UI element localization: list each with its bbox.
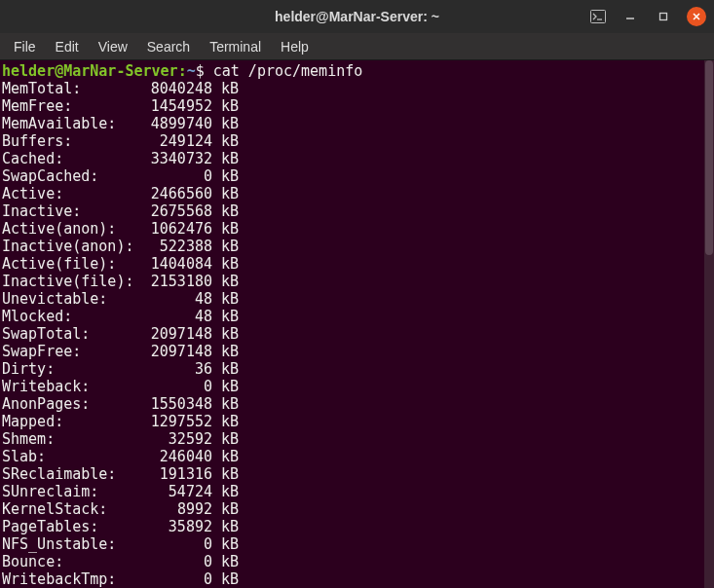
meminfo-value: 0 [150, 570, 212, 588]
menu-edit[interactable]: Edit [46, 35, 89, 58]
meminfo-value: 0 [150, 167, 212, 185]
meminfo-row: Bounce:0 kB [2, 553, 714, 570]
meminfo-value: 0 [150, 535, 212, 553]
meminfo-value: 2153180 [150, 273, 212, 290]
meminfo-label: Active(anon): [2, 220, 150, 238]
meminfo-value: 2097148 [150, 343, 212, 360]
prompt-userhost: helder@MarNar-Server [2, 62, 178, 80]
meminfo-unit: kB [212, 132, 239, 150]
meminfo-unit: kB [212, 238, 239, 255]
meminfo-label: MemAvailable: [2, 115, 150, 132]
meminfo-value: 1550348 [150, 395, 212, 413]
meminfo-value: 0 [150, 378, 212, 395]
meminfo-unit: kB [212, 553, 239, 570]
meminfo-label: SwapTotal: [2, 325, 150, 343]
meminfo-unit: kB [212, 273, 239, 290]
meminfo-label: WritebackTmp: [2, 570, 150, 588]
svg-rect-0 [591, 11, 606, 23]
meminfo-row: SwapTotal:2097148 kB [2, 325, 714, 343]
meminfo-value: 2097148 [150, 325, 212, 343]
meminfo-label: Buffers: [2, 132, 150, 150]
meminfo-row: Writeback:0 kB [2, 378, 714, 395]
meminfo-label: MemFree: [2, 97, 150, 115]
minimize-button[interactable] [620, 7, 640, 26]
close-button[interactable] [687, 7, 706, 26]
meminfo-row: Dirty:36 kB [2, 360, 714, 378]
meminfo-unit: kB [212, 483, 239, 500]
meminfo-row: Shmem:32592 kB [2, 430, 714, 448]
maximize-button[interactable] [654, 7, 673, 26]
meminfo-row: Buffers:249124 kB [2, 132, 714, 150]
meminfo-unit: kB [212, 500, 239, 518]
meminfo-unit: kB [212, 395, 239, 413]
meminfo-row: Mapped:1297552 kB [2, 413, 714, 430]
meminfo-label: Inactive: [2, 202, 150, 220]
terminal-area[interactable]: helder@MarNar-Server:~$ cat /proc/meminf… [0, 60, 714, 588]
meminfo-row: Mlocked:48 kB [2, 308, 714, 325]
menu-file[interactable]: File [4, 35, 46, 58]
meminfo-row: Inactive(file):2153180 kB [2, 273, 714, 290]
meminfo-value: 1297552 [150, 413, 212, 430]
menu-search[interactable]: Search [137, 35, 200, 58]
meminfo-row: AnonPages:1550348 kB [2, 395, 714, 413]
prompt-symbol: $ [196, 62, 213, 80]
meminfo-label: Mapped: [2, 413, 150, 430]
meminfo-row: Inactive(anon):522388 kB [2, 238, 714, 255]
meminfo-row: SwapCached:0 kB [2, 167, 714, 185]
meminfo-row: Inactive:2675568 kB [2, 202, 714, 220]
meminfo-label: Cached: [2, 150, 150, 167]
meminfo-unit: kB [212, 360, 239, 378]
menu-view[interactable]: View [89, 35, 137, 58]
svg-rect-3 [660, 14, 667, 20]
meminfo-row: Active:2466560 kB [2, 185, 714, 202]
meminfo-unit: kB [212, 80, 239, 97]
meminfo-value: 0 [150, 553, 212, 570]
meminfo-unit: kB [212, 343, 239, 360]
scrollbar-track[interactable] [704, 60, 714, 588]
meminfo-label: Inactive(anon): [2, 238, 150, 255]
meminfo-unit: kB [212, 448, 239, 465]
meminfo-value: 48 [150, 290, 212, 308]
meminfo-value: 36 [150, 360, 212, 378]
menu-help[interactable]: Help [271, 35, 319, 58]
meminfo-label: SwapFree: [2, 343, 150, 360]
meminfo-row: KernelStack:8992 kB [2, 500, 714, 518]
meminfo-value: 191316 [150, 465, 212, 483]
meminfo-label: Writeback: [2, 378, 150, 395]
prompt-path: ~ [187, 62, 196, 80]
meminfo-value: 246040 [150, 448, 212, 465]
meminfo-row: SwapFree:2097148 kB [2, 343, 714, 360]
meminfo-unit: kB [212, 97, 239, 115]
meminfo-row: SUnreclaim:54724 kB [2, 483, 714, 500]
meminfo-row: PageTables:35892 kB [2, 518, 714, 535]
menu-bar: File Edit View Search Terminal Help [0, 33, 714, 60]
meminfo-value: 522388 [150, 238, 212, 255]
meminfo-unit: kB [212, 535, 239, 553]
meminfo-label: Unevictable: [2, 290, 150, 308]
meminfo-label: SReclaimable: [2, 465, 150, 483]
meminfo-unit: kB [212, 570, 239, 588]
meminfo-unit: kB [212, 325, 239, 343]
meminfo-unit: kB [212, 308, 239, 325]
meminfo-value: 35892 [150, 518, 212, 535]
meminfo-row: MemFree:1454952 kB [2, 97, 714, 115]
meminfo-value: 4899740 [150, 115, 212, 132]
meminfo-output: MemTotal:8040248 kBMemFree:1454952 kBMem… [2, 80, 714, 588]
menu-terminal[interactable]: Terminal [200, 35, 271, 58]
meminfo-label: SUnreclaim: [2, 483, 150, 500]
meminfo-row: WritebackTmp:0 kB [2, 570, 714, 588]
meminfo-row: Active(file):1404084 kB [2, 255, 714, 273]
meminfo-row: Unevictable:48 kB [2, 290, 714, 308]
meminfo-label: NFS_Unstable: [2, 535, 150, 553]
meminfo-label: KernelStack: [2, 500, 150, 518]
meminfo-label: Inactive(file): [2, 273, 150, 290]
meminfo-unit: kB [212, 290, 239, 308]
prompt-command: cat /proc/meminfo [213, 62, 363, 80]
meminfo-value: 1454952 [150, 97, 212, 115]
meminfo-unit: kB [212, 255, 239, 273]
terminal-icon[interactable] [589, 8, 607, 25]
meminfo-value: 8992 [150, 500, 212, 518]
meminfo-row: Active(anon):1062476 kB [2, 220, 714, 238]
scrollbar-thumb[interactable] [705, 60, 713, 255]
meminfo-label: PageTables: [2, 518, 150, 535]
